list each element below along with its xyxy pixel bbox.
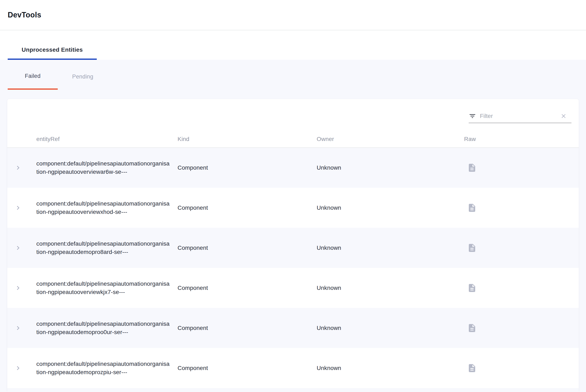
clear-icon [560,113,567,120]
devtools-page: DevTools Unprocessed Entities Failed Pen… [0,0,586,392]
kind-cell: Component [178,188,317,228]
kind-cell: Component [178,148,317,188]
table-row: component:default/pipelinesapiautomation… [7,268,579,308]
expand-row-button[interactable] [14,164,22,172]
expand-row-button[interactable] [14,284,22,292]
kind-cell: Component [178,308,317,348]
tab-pending-label: Pending [72,74,94,80]
table-row: component:default/pipelinesapiautomation… [7,228,579,268]
raw-cell [457,148,579,188]
table-body: component:default/pipelinesapiautomation… [7,148,579,388]
owner-cell: Unknown [317,308,457,348]
chevron-right-icon [14,244,22,252]
entityref-value: component:default/pipelinesapiautomation… [36,280,170,296]
document-icon [467,203,477,212]
chevron-right-icon [14,364,22,372]
kind-cell: Component [178,228,317,268]
entityref-value: component:default/pipelinesapiautomation… [36,320,170,336]
expand-cell [7,228,36,268]
kind-cell: Component [178,348,317,388]
expand-cell [7,348,36,388]
expand-cell [7,188,36,228]
filter-field [469,110,572,123]
page-title: DevTools [8,10,41,19]
next-row-partial [7,388,579,392]
column-header-owner: Owner [317,131,457,148]
owner-cell: Unknown [317,188,457,228]
view-raw-button[interactable] [467,283,477,293]
owner-cell: Unknown [317,228,457,268]
tab-pending[interactable]: Pending [58,60,108,90]
chevron-right-icon [14,324,22,332]
entityref-value: component:default/pipelinesapiautomation… [36,160,170,176]
document-icon [467,243,477,253]
raw-cell [457,228,579,268]
entityref-value: component:default/pipelinesapiautomation… [36,360,170,376]
tab-failed[interactable]: Failed [8,60,58,90]
chevron-right-icon [14,164,22,172]
document-icon [467,163,477,172]
table-header: entityRef Kind Owner Raw [7,131,579,148]
owner-cell: Unknown [317,268,457,308]
expand-cell [7,308,36,348]
entityref-cell: component:default/pipelinesapiautomation… [36,308,178,348]
main-tabs: Unprocessed Entities [0,30,586,60]
entityref-cell: component:default/pipelinesapiautomation… [36,228,178,268]
expand-row-button[interactable] [14,204,22,212]
view-raw-button[interactable] [467,243,477,253]
table-row: component:default/pipelinesapiautomation… [7,348,579,388]
entityref-cell: component:default/pipelinesapiautomation… [36,348,178,388]
view-raw-button[interactable] [467,323,477,333]
table-toolbar [7,99,579,131]
raw-cell [457,268,579,308]
document-icon [467,363,477,373]
view-raw-button[interactable] [467,203,477,212]
table-row: component:default/pipelinesapiautomation… [7,188,579,228]
unprocessed-entities-table: entityRef Kind Owner Raw component:defau… [7,131,579,388]
tab-failed-label: Failed [25,73,41,79]
tab-unprocessed-entities-label: Unprocessed Entities [22,46,83,53]
entityref-value: component:default/pipelinesapiautomation… [36,240,170,256]
column-header-expand [7,131,36,148]
column-header-raw: Raw [457,131,579,148]
document-icon [467,323,477,333]
app-header: DevTools [0,0,586,30]
owner-cell: Unknown [317,148,457,188]
tab-unprocessed-entities[interactable]: Unprocessed Entities [8,30,97,60]
filter-list-icon [469,112,476,120]
expand-cell [7,268,36,308]
table-row: component:default/pipelinesapiautomation… [7,148,579,188]
table-row: component:default/pipelinesapiautomation… [7,308,579,348]
expand-row-button[interactable] [14,364,22,372]
owner-cell: Unknown [317,348,457,388]
chevron-right-icon [14,284,22,292]
entityref-cell: component:default/pipelinesapiautomation… [36,268,178,308]
entityref-cell: component:default/pipelinesapiautomation… [36,148,178,188]
expand-row-button[interactable] [14,324,22,332]
view-raw-button[interactable] [467,363,477,373]
expand-cell [7,148,36,188]
column-header-entityref: entityRef [36,131,178,148]
view-raw-button[interactable] [467,163,477,172]
entityref-value: component:default/pipelinesapiautomation… [36,200,170,216]
expand-row-button[interactable] [14,244,22,252]
status-tabs: Failed Pending [0,60,586,99]
raw-cell [457,308,579,348]
entityref-cell: component:default/pipelinesapiautomation… [36,188,178,228]
column-header-kind: Kind [178,131,317,148]
document-icon [467,283,477,293]
raw-cell [457,188,579,228]
clear-filter-button[interactable] [560,113,567,120]
chevron-right-icon [14,204,22,212]
kind-cell: Component [178,268,317,308]
raw-cell [457,348,579,388]
entities-table-card: entityRef Kind Owner Raw component:defau… [7,99,579,392]
filter-input[interactable] [476,113,560,120]
